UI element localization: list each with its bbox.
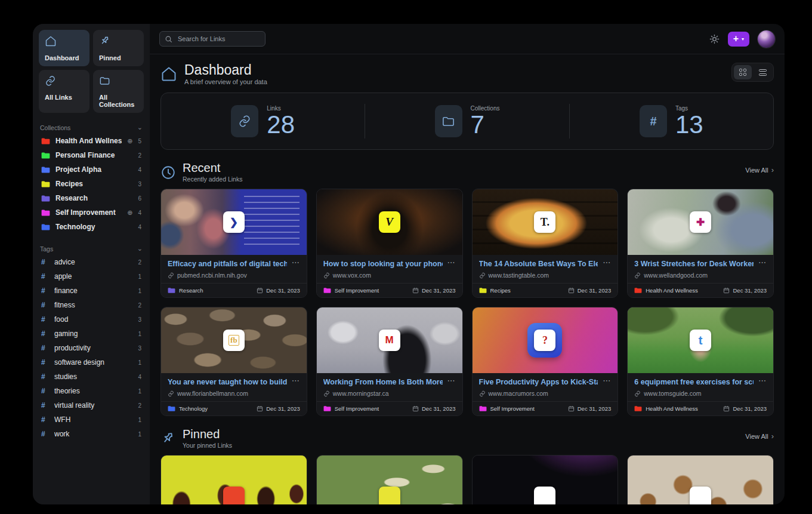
view-all-recent-link[interactable]: View All › <box>745 165 774 174</box>
card-date: Dec 31, 2023 <box>412 405 456 412</box>
chevron-right-icon: › <box>771 165 774 174</box>
card-collection[interactable]: Self Improvement <box>479 405 535 412</box>
card-menu-button[interactable]: ⋯ <box>292 378 300 384</box>
tag-item[interactable]: # software design 1 <box>39 355 144 370</box>
card-date: Dec 31, 2023 <box>723 287 767 294</box>
link-thumbnail <box>628 455 773 504</box>
link-card[interactable]: V How to stop looking at your phone - Vo… <box>316 189 463 298</box>
chevron-down-icon[interactable]: ⌄ <box>137 124 143 131</box>
collection-item[interactable]: Project Alpha ⊕ 4 <box>39 162 144 177</box>
tag-item[interactable]: # apple 1 <box>39 269 144 284</box>
tag-count: 3 <box>138 316 141 323</box>
calendar-icon <box>568 287 575 294</box>
sidebar-item-dashboard[interactable]: Dashboard <box>39 30 89 66</box>
card-menu-button[interactable]: ⋯ <box>758 260 767 266</box>
plus-icon: + <box>733 34 739 44</box>
card-collection[interactable]: Health And Wellness <box>634 287 698 294</box>
card-collection[interactable]: Self Improvement <box>323 405 379 412</box>
hash-icon: # <box>41 373 49 381</box>
view-all-pinned-link[interactable]: View All › <box>745 432 774 441</box>
tag-item[interactable]: # virtual reality 2 <box>39 398 144 413</box>
tag-count: 1 <box>138 359 141 366</box>
sidebar-item-label: All Links <box>45 94 84 101</box>
grid-view-button[interactable] <box>734 65 752 79</box>
collection-item[interactable]: Research ⊕ 6 <box>39 191 144 205</box>
tag-item[interactable]: # work 1 <box>39 427 144 441</box>
card-collection[interactable]: Technology <box>168 405 208 412</box>
card-menu-button[interactable]: ⋯ <box>447 378 456 384</box>
stat-value: 7 <box>471 112 500 137</box>
stat-value: 28 <box>267 112 295 137</box>
link-thumbnail <box>161 455 307 504</box>
card-collection[interactable]: Recipes <box>479 287 511 294</box>
sidebar-item-all-links[interactable]: All Links <box>39 70 89 113</box>
collection-item[interactable]: Technology ⊕ 4 <box>39 220 144 234</box>
sidebar-item-all-collections[interactable]: All Collections <box>93 70 144 113</box>
sidebar-item-label: Dashboard <box>45 54 84 61</box>
list-view-button[interactable] <box>754 65 771 79</box>
tag-name: fitness <box>54 301 132 309</box>
tag-item[interactable]: # finance 1 <box>39 284 144 298</box>
tag-count: 2 <box>138 259 141 266</box>
collection-item[interactable]: Recipes ⊕ 3 <box>39 177 144 191</box>
collection-count: 3 <box>138 181 141 187</box>
card-collection[interactable]: Self Improvement <box>323 287 379 294</box>
hash-icon: # <box>41 330 49 338</box>
tag-item[interactable]: # gaming 1 <box>39 327 144 341</box>
link-icon <box>479 390 486 397</box>
hash-icon: # <box>41 430 49 438</box>
link-title: Working From Home Is Both More and L... <box>323 378 443 386</box>
folder-icon <box>634 287 642 294</box>
site-favicon: t <box>690 330 711 351</box>
link-card[interactable]: ✚ 3 Wrist Stretches for Desk Workers to … <box>627 189 774 298</box>
avatar[interactable] <box>758 30 775 48</box>
link-card[interactable]: ? Five Productivity Apps to Kick-Start t… <box>472 307 619 416</box>
search-box[interactable] <box>159 31 265 47</box>
caret-down-icon: ▾ <box>742 36 744 42</box>
tag-item[interactable]: # advice 2 <box>39 255 144 269</box>
site-favicon <box>223 487 245 504</box>
folder-icon <box>168 405 175 412</box>
collection-item[interactable]: Self Improvement ⊕ 4 <box>39 205 144 220</box>
folder-icon <box>41 209 50 217</box>
theme-toggle-sun-icon[interactable] <box>709 34 720 44</box>
card-menu-button[interactable]: ⋯ <box>603 378 611 384</box>
search-input[interactable] <box>177 35 260 43</box>
folder-icon <box>41 195 50 202</box>
hash-icon: # <box>41 401 49 410</box>
tag-name: virtual reality <box>54 401 132 410</box>
clock-icon <box>160 165 176 180</box>
card-menu-button[interactable]: ⋯ <box>292 260 300 266</box>
pinned-link-card[interactable] <box>316 455 463 504</box>
sidebar-item-pinned[interactable]: Pinned <box>93 30 144 66</box>
add-new-button[interactable]: + ▾ <box>728 32 749 47</box>
link-card[interactable]: ❯ Efficacy and pitfalls of digital techn… <box>160 189 307 298</box>
chevron-down-icon[interactable]: ⌄ <box>137 245 143 253</box>
pinned-link-card[interactable] <box>472 455 619 504</box>
link-card[interactable]: fb You are never taught how to build qua… <box>160 307 307 416</box>
card-menu-button[interactable]: ⋯ <box>603 260 611 266</box>
card-collection[interactable]: Research <box>168 287 203 294</box>
link-card[interactable]: T. The 14 Absolute Best Ways To Elevate … <box>472 189 619 298</box>
tag-item[interactable]: # theories 1 <box>39 384 144 398</box>
tag-count: 4 <box>138 374 141 380</box>
link-card[interactable]: M Working From Home Is Both More and L..… <box>316 307 463 416</box>
tag-item[interactable]: # studies 4 <box>39 370 144 384</box>
pinned-link-card[interactable] <box>627 455 774 504</box>
site-favicon: ❯ <box>223 211 245 233</box>
pinned-link-card[interactable] <box>160 455 307 504</box>
link-card[interactable]: t 6 equipment free exercises for sculpti… <box>627 307 774 416</box>
collection-item[interactable]: Health And Wellness ⊕ 5 <box>39 134 144 148</box>
collection-item[interactable]: Personal Finance ⊕ 2 <box>39 148 144 162</box>
tag-item[interactable]: # productivity 3 <box>39 341 144 355</box>
link-thumbnail: ? <box>473 307 618 373</box>
tag-item[interactable]: # food 3 <box>39 312 144 327</box>
tag-item[interactable]: # fitness 2 <box>39 298 144 312</box>
folder-icon <box>435 105 462 137</box>
tag-name: studies <box>54 373 132 381</box>
tag-item[interactable]: # WFH 1 <box>39 413 144 427</box>
card-menu-button[interactable]: ⋯ <box>447 260 456 266</box>
card-collection[interactable]: Health And Wellness <box>634 405 698 412</box>
tags-header: Tags <box>40 245 53 253</box>
card-menu-button[interactable]: ⋯ <box>758 378 767 384</box>
